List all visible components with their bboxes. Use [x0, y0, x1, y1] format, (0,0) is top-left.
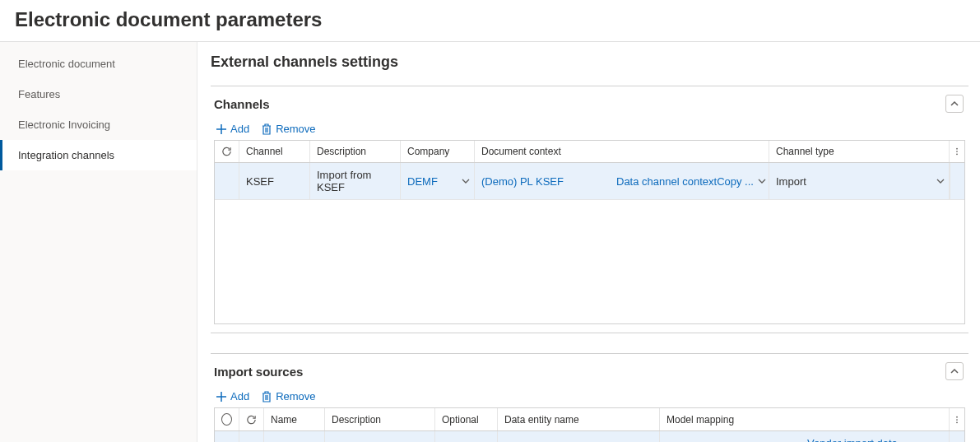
- import-col-data-entity[interactable]: Data entity name: [498, 408, 660, 430]
- svg-point-2: [956, 153, 958, 155]
- channels-cell-description[interactable]: Import from KSEF: [310, 163, 401, 199]
- doc-context-right[interactable]: Data channel contextCopy ...: [615, 170, 755, 193]
- import-cell-description[interactable]: Import from KSEF: [325, 431, 435, 442]
- channels-refresh-button[interactable]: [215, 141, 239, 162]
- import-col-description[interactable]: Description: [325, 408, 435, 430]
- svg-point-1: [956, 151, 958, 152]
- channels-col-more-button[interactable]: [950, 141, 964, 162]
- import-row[interactable]: OutputFile Import from KSEF Vendor invoi…: [215, 431, 964, 442]
- refresh-icon: [221, 146, 232, 157]
- svg-point-0: [956, 148, 958, 150]
- import-refresh-button[interactable]: [239, 408, 264, 430]
- channels-col-company[interactable]: Company: [401, 141, 475, 162]
- sidebar-item-electronic-document[interactable]: Electronic document: [0, 49, 197, 79]
- svg-point-3: [956, 416, 958, 417]
- import-grid: Name Description Optional Data entity na…: [214, 407, 965, 442]
- channels-section-title: Channels: [214, 97, 945, 111]
- import-remove-button[interactable]: Remove: [261, 390, 315, 402]
- import-sources-section: Import sources Add Remove: [211, 353, 968, 442]
- sidebar-item-features[interactable]: Features: [0, 79, 197, 109]
- import-add-label: Add: [230, 390, 249, 402]
- sidebar-item-integration-channels[interactable]: Integration channels: [0, 140, 197, 170]
- import-select-all[interactable]: [215, 408, 239, 430]
- import-section-title: Import sources: [214, 365, 945, 379]
- channels-add-button[interactable]: Add: [216, 123, 249, 135]
- import-collapse-button[interactable]: [945, 362, 964, 380]
- plus-icon: [216, 391, 227, 402]
- company-dropdown[interactable]: [457, 177, 474, 185]
- import-row-end: [950, 431, 964, 442]
- refresh-icon: [246, 414, 257, 426]
- chevron-up-icon: [950, 100, 959, 108]
- channels-cell-company[interactable]: DEMF: [401, 163, 475, 199]
- trash-icon: [261, 123, 272, 135]
- channels-row[interactable]: KSEF Import from KSEF DEMF (Demo) PL KSE…: [215, 163, 964, 200]
- dots-vertical-icon: [956, 146, 958, 157]
- channels-row-selector[interactable]: [215, 163, 239, 199]
- channels-add-label: Add: [230, 123, 249, 135]
- import-col-model-mapping[interactable]: Model mapping: [660, 408, 950, 430]
- page-title: Electronic document parameters: [0, 0, 980, 41]
- plus-icon: [216, 123, 227, 135]
- import-col-optional[interactable]: Optional: [435, 408, 498, 430]
- import-add-button[interactable]: Add: [216, 390, 249, 402]
- import-cell-optional[interactable]: [435, 431, 498, 442]
- channels-col-document-context[interactable]: Document context: [475, 141, 769, 162]
- channels-row-end: [950, 163, 964, 199]
- channels-remove-label: Remove: [276, 123, 315, 135]
- main-title: External channels settings: [211, 54, 968, 71]
- channel-type-value[interactable]: Import: [769, 170, 932, 193]
- svg-point-4: [956, 419, 958, 421]
- chevron-down-icon: [936, 177, 945, 185]
- chevron-down-icon: [758, 177, 766, 185]
- channels-collapse-button[interactable]: [945, 95, 964, 113]
- trash-icon: [261, 391, 272, 402]
- channels-col-channel[interactable]: Channel: [239, 141, 310, 162]
- import-row-status: [239, 431, 264, 442]
- channels-col-channel-type[interactable]: Channel type: [769, 141, 950, 162]
- data-entity-value[interactable]: Vendor invoice header: [498, 438, 643, 443]
- sidebar-item-electronic-invoicing[interactable]: Electronic Invoicing: [0, 109, 197, 140]
- company-link[interactable]: DEMF: [401, 170, 457, 193]
- chevron-up-icon: [950, 367, 959, 375]
- import-cell-name[interactable]: OutputFile: [264, 431, 325, 442]
- import-col-more-button[interactable]: [950, 408, 964, 430]
- doc-context-left[interactable]: (Demo) PL KSEF: [481, 175, 564, 188]
- import-remove-label: Remove: [276, 390, 315, 402]
- channel-type-dropdown[interactable]: [932, 177, 949, 185]
- channels-grid-empty: [215, 200, 964, 323]
- dots-vertical-icon: [956, 414, 958, 426]
- channels-cell-channel[interactable]: KSEF: [239, 163, 310, 199]
- chevron-down-icon: [462, 177, 470, 185]
- model-mapping-right[interactable]: Vendor import data model: [804, 431, 932, 442]
- channels-col-description[interactable]: Description: [310, 141, 401, 162]
- sidebar: Electronic document Features Electronic …: [0, 42, 197, 442]
- doc-context-dropdown[interactable]: [755, 177, 769, 185]
- svg-point-5: [956, 421, 958, 423]
- channels-remove-button[interactable]: Remove: [261, 123, 315, 135]
- channels-grid: Channel Description Company Document con…: [214, 140, 965, 324]
- import-row-selector[interactable]: [215, 431, 239, 442]
- radio-unchecked-icon: [221, 413, 232, 426]
- import-col-name[interactable]: Name: [264, 408, 325, 430]
- channels-section: Channels Add Remove: [211, 86, 968, 333]
